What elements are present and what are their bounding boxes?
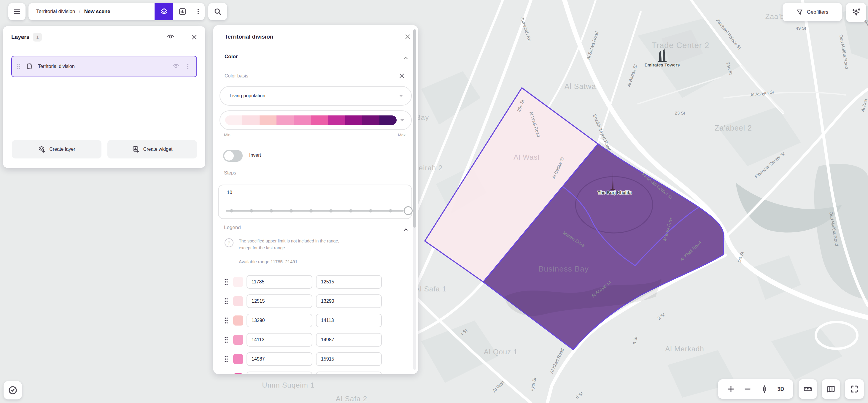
slider-step-dot[interactable]: [289, 209, 293, 213]
measure-button[interactable]: [799, 379, 817, 399]
legend-color-swatch[interactable]: [233, 373, 243, 374]
legend-range-to-input[interactable]: [316, 372, 382, 374]
layers-visibility-button[interactable]: [166, 33, 175, 41]
drag-handle-icon[interactable]: [224, 297, 228, 305]
color-ramp-preview: [225, 116, 397, 125]
legend-range-from-input[interactable]: [247, 275, 312, 289]
layer-visibility-icon[interactable]: [172, 63, 180, 70]
color-section-label: Color: [224, 54, 238, 60]
fullscreen-button[interactable]: [845, 379, 864, 399]
color-ramp-select[interactable]: [219, 111, 412, 130]
slider-knob[interactable]: [404, 206, 413, 215]
slider-step-dot[interactable]: [250, 209, 253, 213]
divider: [213, 50, 418, 50]
map-label: 23 St: [675, 111, 685, 116]
legend-color-swatch[interactable]: [233, 296, 243, 306]
legend-row: [213, 333, 418, 347]
legend-range-from-input[interactable]: [247, 372, 312, 374]
breadcrumb-scene[interactable]: New scene: [84, 9, 111, 14]
invert-toggle[interactable]: [223, 150, 243, 162]
legend-collapse-button[interactable]: [403, 226, 409, 233]
legend-row: [213, 314, 418, 327]
drag-handle-icon[interactable]: [224, 317, 228, 324]
settings-panel-close-button[interactable]: [404, 34, 411, 40]
map-zoom-controls: 3D: [718, 379, 793, 399]
legend-color-swatch[interactable]: [233, 335, 243, 345]
layer-item-territorial-division[interactable]: Territorial division: [11, 56, 197, 77]
search-button[interactable]: [208, 3, 227, 20]
basemap-button[interactable]: [822, 379, 840, 399]
ramp-segment: [277, 116, 294, 125]
legend-help-icon: ?: [224, 238, 234, 247]
drag-handle-icon[interactable]: [224, 278, 228, 286]
legend-color-swatch[interactable]: [233, 354, 243, 364]
ramp-segment: [225, 116, 242, 125]
zoom-in-button[interactable]: [727, 385, 735, 393]
widgets-toggle-button[interactable]: [173, 3, 192, 20]
create-layer-button[interactable]: Create layer: [12, 140, 101, 158]
zoom-out-button[interactable]: [744, 385, 751, 393]
map-label: Za'abeel 2: [715, 124, 752, 132]
compass-button[interactable]: [761, 385, 768, 393]
create-widget-button[interactable]: Create widget: [107, 140, 197, 158]
color-basis-select[interactable]: Living population: [219, 86, 412, 106]
legend-range-to-input[interactable]: [316, 352, 382, 366]
layers-panel-close-button[interactable]: [191, 34, 197, 40]
ramp-segment: [294, 116, 311, 125]
ramp-segment: [379, 116, 397, 125]
slider-step-dot[interactable]: [349, 209, 352, 213]
main-menu-button[interactable]: [8, 3, 26, 20]
slider-step-dot[interactable]: [369, 209, 372, 213]
ramp-max-label: Max: [398, 133, 405, 137]
legend-color-swatch[interactable]: [233, 315, 243, 326]
geofilters-label: Geofilters: [807, 9, 829, 15]
map-label: Al Wasl: [514, 153, 539, 161]
legend-color-swatch[interactable]: [233, 277, 243, 287]
legend-section-label: Legend: [224, 225, 241, 230]
legend-row: [213, 294, 418, 308]
legend-range-to-input[interactable]: [316, 333, 382, 347]
funnel-icon: [796, 9, 803, 16]
more-options-button[interactable]: [192, 3, 205, 20]
legend-range-from-input[interactable]: [247, 294, 312, 308]
slider-step-dot[interactable]: [309, 209, 313, 213]
time-machine-button[interactable]: [4, 381, 22, 399]
slider-step-dot[interactable]: [230, 209, 233, 213]
breadcrumb-project[interactable]: Territorial division: [36, 9, 75, 14]
layer-kebab-icon[interactable]: [185, 63, 191, 70]
steps-value: 10: [227, 190, 232, 195]
slider-step-dot[interactable]: [270, 209, 273, 213]
legend-range-to-input[interactable]: [316, 275, 382, 289]
map-label: Al Safa 2: [336, 395, 367, 403]
drag-handle-icon[interactable]: [224, 355, 228, 363]
chevron-down-icon: [399, 94, 403, 98]
geofilters-button[interactable]: Geofilters: [782, 3, 842, 21]
legend-range-from-input[interactable]: [247, 352, 312, 366]
color-basis-clear-button[interactable]: [399, 73, 405, 79]
legend-range-from-input[interactable]: [247, 314, 312, 327]
ai-assistant-button[interactable]: [846, 3, 866, 22]
map-label: Zaa'b: [765, 12, 784, 21]
legend-range-to-input[interactable]: [316, 314, 382, 327]
layer-settings-panel: Territorial division Color Color basis L…: [213, 25, 418, 374]
color-section-collapse-button[interactable]: [403, 55, 409, 61]
sparkle-icon: [851, 8, 861, 17]
drag-handle-icon[interactable]: [224, 336, 228, 344]
legend-range-from-input[interactable]: [247, 333, 312, 347]
legend-available-range: Available range 11785–21491: [239, 259, 298, 264]
ramp-min-label: Min: [224, 133, 230, 137]
map-poi-label: Emirates Towers: [645, 62, 680, 67]
map-3d-button[interactable]: 3D: [777, 386, 784, 392]
legend-range-to-input[interactable]: [316, 294, 382, 308]
drag-handle-icon[interactable]: [17, 63, 21, 70]
layers-toggle-button[interactable]: [155, 3, 173, 20]
hamburger-icon: [13, 8, 21, 16]
steps-slider[interactable]: [226, 208, 404, 213]
slider-step-dot[interactable]: [329, 209, 333, 213]
steps-label: Steps: [224, 170, 236, 176]
layers-panel: Layers 1 Territorial division Create lay…: [3, 26, 205, 168]
panel-scrollbar-thumb[interactable]: [413, 29, 416, 228]
map-poi-label: The Burj Khalifa: [597, 190, 632, 195]
slider-step-dot[interactable]: [389, 209, 392, 213]
map-label: 49 St: [796, 26, 806, 31]
